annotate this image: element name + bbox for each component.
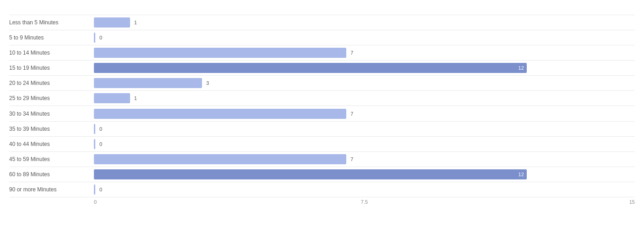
bar-track: 0 <box>94 122 635 136</box>
bar-fill <box>94 109 346 119</box>
bar-track: 1 <box>94 15 635 30</box>
bar-value: 12 <box>518 172 524 177</box>
bar-value: 1 <box>134 95 137 101</box>
bar-fill: 12 <box>94 169 527 179</box>
bar-label: 35 to 39 Minutes <box>9 126 94 132</box>
bar-label: 5 to 9 Minutes <box>9 34 94 41</box>
bar-row: 25 to 29 Minutes1 <box>9 90 635 106</box>
bar-value: 1 <box>134 20 137 25</box>
x-axis-label: 0 <box>94 199 97 205</box>
bar-row: Less than 5 Minutes1 <box>9 15 635 30</box>
bar-label: 15 to 19 Minutes <box>9 65 94 71</box>
x-axis: 07.515 <box>94 197 635 207</box>
bar-value: 7 <box>350 156 353 162</box>
bar-track: 0 <box>94 182 635 197</box>
bar-row: 10 to 14 Minutes7 <box>9 45 635 60</box>
bar-fill: 12 <box>94 63 527 73</box>
bar-value: 7 <box>350 50 353 56</box>
bar-label: 60 to 89 Minutes <box>9 171 94 178</box>
bar-row: 40 to 44 Minutes0 <box>9 136 635 151</box>
bar-row: 90 or more Minutes0 <box>9 182 635 197</box>
bar-fill <box>94 154 346 164</box>
bar-label: 20 to 24 Minutes <box>9 80 94 86</box>
bar-fill <box>94 33 95 43</box>
bar-track: 7 <box>94 45 635 60</box>
bar-row: 5 to 9 Minutes0 <box>9 30 635 45</box>
bar-fill <box>94 93 130 103</box>
bar-fill <box>94 17 130 28</box>
chart-body: Less than 5 Minutes15 to 9 Minutes010 to… <box>9 15 635 207</box>
bar-track: 12 <box>94 61 635 75</box>
bar-value: 7 <box>350 111 353 117</box>
bar-track: 3 <box>94 76 635 90</box>
bar-row: 15 to 19 Minutes12 <box>9 60 635 75</box>
bar-fill <box>94 48 346 58</box>
bar-row: 45 to 59 Minutes7 <box>9 151 635 167</box>
bar-track: 7 <box>94 106 635 121</box>
bars-area: Less than 5 Minutes15 to 9 Minutes010 to… <box>9 15 635 197</box>
bar-row: 35 to 39 Minutes0 <box>9 121 635 136</box>
bar-value: 0 <box>99 187 102 192</box>
bar-label: 40 to 44 Minutes <box>9 141 94 147</box>
bar-label: 30 to 34 Minutes <box>9 111 94 117</box>
bar-value: 0 <box>99 126 102 132</box>
bar-value: 0 <box>99 141 102 147</box>
bar-fill <box>94 184 95 195</box>
bar-fill <box>94 78 202 88</box>
bar-fill <box>94 139 95 149</box>
bar-row: 20 to 24 Minutes3 <box>9 75 635 90</box>
bar-label: 10 to 14 Minutes <box>9 50 94 56</box>
x-axis-label: 7.5 <box>361 199 368 205</box>
bar-row: 30 to 34 Minutes7 <box>9 106 635 121</box>
bar-track: 12 <box>94 167 635 182</box>
bar-label: 45 to 59 Minutes <box>9 156 94 162</box>
chart-container: Less than 5 Minutes15 to 9 Minutes010 to… <box>0 0 644 240</box>
bar-label: Less than 5 Minutes <box>9 19 94 26</box>
bar-track: 7 <box>94 152 635 167</box>
bar-label: 90 or more Minutes <box>9 186 94 193</box>
bar-track: 0 <box>94 137 635 151</box>
bar-fill <box>94 124 95 134</box>
bar-value: 0 <box>99 35 102 40</box>
bar-row: 60 to 89 Minutes12 <box>9 167 635 182</box>
bar-label: 25 to 29 Minutes <box>9 95 94 101</box>
bar-track: 1 <box>94 91 635 106</box>
bar-value: 3 <box>206 80 209 86</box>
x-axis-label: 15 <box>629 199 635 205</box>
bar-track: 0 <box>94 30 635 45</box>
bar-value: 12 <box>518 65 524 71</box>
